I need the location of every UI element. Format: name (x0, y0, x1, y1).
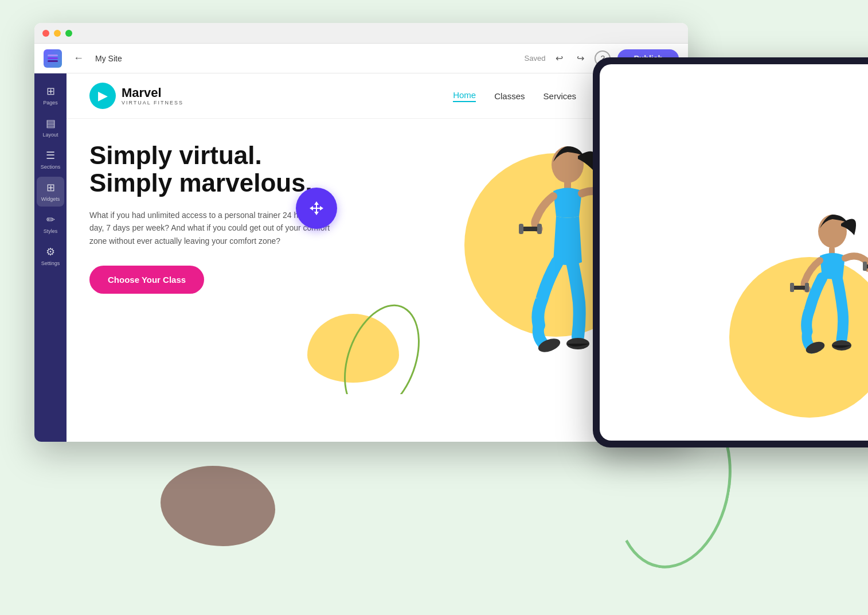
svg-rect-17 (805, 283, 809, 292)
traffic-light-green[interactable] (65, 30, 72, 37)
traffic-light-yellow[interactable] (54, 30, 61, 37)
layout-label: Layout (42, 132, 58, 138)
sidebar-item-pages[interactable]: ⊞ Pages (37, 80, 64, 110)
sidebar: ⊞ Pages ▤ Layout ☰ Sections ⊞ Widgets ✏ … (34, 73, 67, 442)
svg-rect-7 (537, 224, 542, 234)
site-logo: ▶ Marvel VIRTUAL FITNESS (89, 83, 183, 109)
widgets-icon: ⊞ (46, 181, 55, 194)
styles-icon: ✏ (46, 213, 55, 226)
tablet-device (593, 57, 868, 447)
site-name: My Site (95, 54, 122, 63)
svg-rect-13 (863, 262, 867, 271)
sidebar-item-layout[interactable]: ▤ Layout (37, 112, 64, 142)
back-button[interactable]: ← (69, 50, 88, 67)
sidebar-item-sections[interactable]: ☰ Sections (37, 145, 64, 174)
sections-label: Sections (41, 164, 61, 170)
nav-home[interactable]: Home (453, 90, 476, 102)
editor-body: ⊞ Pages ▤ Layout ☰ Sections ⊞ Widgets ✏ … (34, 73, 688, 442)
stack-icon (48, 55, 58, 62)
headline-line1: Simply virtual. (89, 141, 262, 169)
move-drag-icon[interactable] (296, 188, 337, 229)
tablet-inner (600, 64, 868, 441)
settings-label: Settings (41, 260, 60, 266)
saved-status: Saved (525, 54, 546, 63)
cta-button[interactable]: Choose Your Class (89, 266, 204, 294)
redo-button[interactable]: ↪ (573, 50, 588, 66)
svg-rect-5 (522, 227, 539, 231)
window-titlebar (34, 23, 688, 44)
logo-text: Marvel VIRTUAL FITNESS (122, 85, 183, 106)
editor-window: ← My Site Saved ↩ ↪ ? Publish ⊞ Pages ▤ … (34, 23, 688, 442)
pages-label: Pages (43, 100, 58, 106)
svg-rect-15 (792, 286, 806, 290)
settings-icon: ⚙ (46, 246, 55, 258)
editor-toolbar: ← My Site Saved ↩ ↪ ? Publish (34, 44, 688, 73)
logo-icon: ▶ (89, 83, 116, 109)
sections-icon: ☰ (46, 149, 55, 162)
traffic-light-red[interactable] (42, 30, 49, 37)
sidebar-item-settings[interactable]: ⚙ Settings (37, 241, 64, 271)
pages-icon: ⊞ (46, 85, 55, 98)
svg-rect-6 (519, 224, 523, 234)
sidebar-item-styles[interactable]: ✏ Styles (37, 209, 64, 239)
styles-label: Styles (44, 228, 58, 234)
logo-name: Marvel (122, 85, 183, 100)
logo-sub: VIRTUAL FITNESS (122, 100, 183, 106)
deco-brown-blob (161, 466, 275, 546)
svg-rect-16 (790, 283, 794, 292)
undo-button[interactable]: ↩ (552, 50, 566, 66)
nav-classes[interactable]: Classes (494, 91, 525, 101)
layout-icon: ▤ (46, 117, 56, 130)
widgets-label: Widgets (41, 196, 60, 202)
sidebar-item-widgets[interactable]: ⊞ Widgets (37, 177, 64, 207)
tablet-fitness-bg (600, 64, 868, 441)
nav-services[interactable]: Services (544, 91, 577, 101)
hero-headline: Simply virtual. Simply marvelous. (89, 142, 413, 197)
headline-line2: Simply marvelous. (89, 169, 312, 197)
toolbar-logo (44, 49, 62, 68)
